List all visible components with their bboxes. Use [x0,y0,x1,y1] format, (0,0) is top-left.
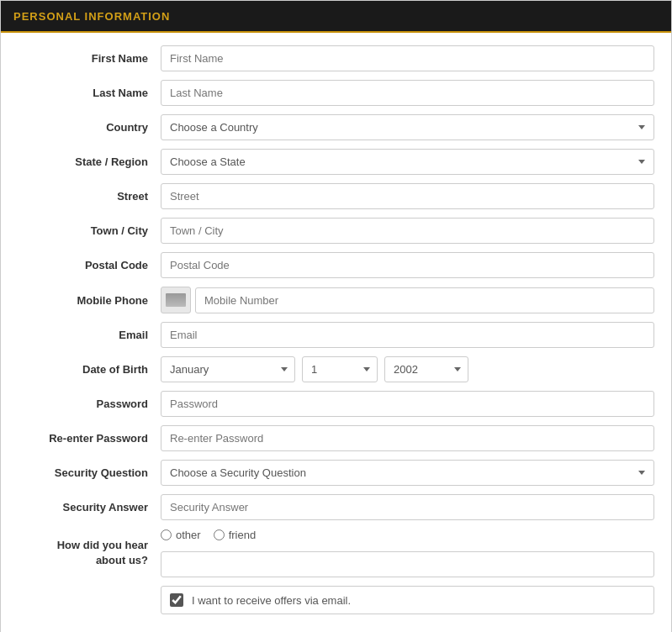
security-answer-label: Security Answer [18,501,161,514]
postal-label: Postal Code [18,259,161,271]
state-row: State / Region Choose a State [18,149,654,175]
street-label: Street [18,190,161,203]
password-input[interactable] [161,391,654,417]
country-field: Choose a Country [161,114,654,140]
last-name-input[interactable] [161,80,654,106]
security-answer-input[interactable] [161,494,654,520]
how-hear-radio-group: other friend [161,529,654,541]
how-hear-label: How did you hearabout us? [18,538,161,568]
offers-checkbox-row: I want to receive offers via email. [18,586,654,614]
last-name-label: Last Name [18,87,161,99]
offers-checkbox-text: I want to receive offers via email. [192,594,351,607]
first-name-label: First Name [18,52,161,65]
postal-field [161,252,654,278]
first-name-field [161,45,654,71]
dob-day-select[interactable]: 1 2 3 4 5 6 7 8 9 10 15 20 25 31 [302,356,378,382]
last-name-field [161,80,654,106]
security-question-label: Security Question [18,466,161,479]
security-question-select[interactable]: Choose a Security Question [161,460,654,486]
flag-selector[interactable] [161,287,191,313]
country-row: Country Choose a Country [18,114,654,140]
email-row: Email [18,322,654,348]
security-question-field: Choose a Security Question [161,460,654,486]
town-input[interactable] [161,218,654,244]
security-answer-field [161,494,654,520]
flag-icon [166,293,186,307]
how-hear-row: How did you hearabout us? other friend [18,529,654,577]
reenter-password-input[interactable] [161,425,654,451]
dob-field: January February March April May June Ju… [161,356,654,382]
dob-row: Date of Birth January February March Apr… [18,356,654,382]
mobile-label: Mobile Phone [18,294,161,307]
country-label: Country [18,121,161,134]
password-row: Password [18,391,654,417]
postal-input[interactable] [161,252,654,278]
offers-checkbox-label[interactable]: I want to receive offers via email. [161,586,654,614]
personal-info-form: PERSONAL INFORMATION First Name Last Nam… [0,0,672,632]
security-question-row: Security Question Choose a Security Ques… [18,460,654,486]
postal-row: Postal Code [18,252,654,278]
mobile-input-group [161,287,654,313]
town-label: Town / City [18,224,161,237]
offers-checkbox-field: I want to receive offers via email. [161,586,654,614]
form-header: PERSONAL INFORMATION [1,1,671,33]
offers-checkbox-input[interactable] [170,593,183,607]
radio-other-input[interactable] [161,529,172,540]
radio-friend-option[interactable]: friend [214,529,257,541]
dob-year-select[interactable]: 2002 2001 2000 1999 1995 1990 1985 1980 [384,356,468,382]
state-field: Choose a State [161,149,654,175]
mobile-row: Mobile Phone [18,287,654,313]
town-field [161,218,654,244]
reenter-password-field [161,425,654,451]
reenter-password-row: Re-enter Password [18,425,654,451]
email-label: Email [18,329,161,341]
state-label: State / Region [18,155,161,168]
radio-other-label: other [176,529,201,541]
street-row: Street [18,183,654,209]
password-field [161,391,654,417]
form-body: First Name Last Name Country Choose a Co… [1,33,671,632]
town-row: Town / City [18,218,654,244]
how-hear-field: other friend [161,529,654,577]
email-field [161,322,654,348]
dob-input-group: January February March April May June Ju… [161,356,654,382]
email-input[interactable] [161,322,654,348]
security-answer-row: Security Answer [18,494,654,520]
how-hear-text-input[interactable] [161,551,654,577]
radio-other-option[interactable]: other [161,529,201,541]
dob-label: Date of Birth [18,363,161,376]
mobile-field [161,287,654,313]
state-select[interactable]: Choose a State [161,149,654,175]
first-name-input[interactable] [161,45,654,71]
radio-friend-label: friend [229,529,257,541]
radio-friend-input[interactable] [214,529,225,540]
last-name-row: Last Name [18,80,654,106]
reenter-password-label: Re-enter Password [18,432,161,445]
street-input[interactable] [161,183,654,209]
password-label: Password [18,398,161,410]
dob-month-select[interactable]: January February March April May June Ju… [161,356,295,382]
mobile-number-input[interactable] [195,287,654,313]
street-field [161,183,654,209]
form-title: PERSONAL INFORMATION [13,10,170,23]
first-name-row: First Name [18,45,654,71]
country-select[interactable]: Choose a Country [161,114,654,140]
